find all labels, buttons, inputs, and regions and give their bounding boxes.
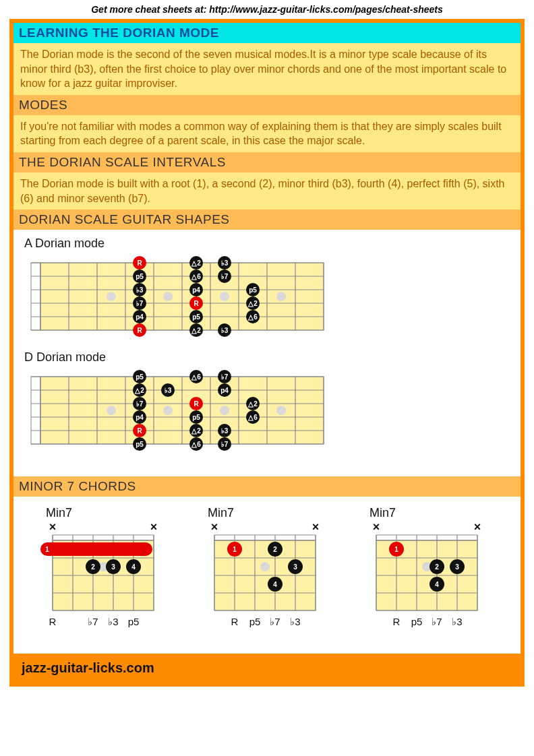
svg-text:♭3: ♭3	[136, 286, 144, 294]
shape-d-title: D Dorian mode	[24, 350, 514, 365]
svg-text:△2: △2	[191, 327, 201, 334]
svg-text:p5: p5	[192, 414, 200, 421]
svg-text:p5: p5	[136, 373, 144, 381]
svg-text:p5: p5	[136, 441, 144, 448]
svg-rect-134	[40, 542, 152, 556]
intervals-text: The Dorian mode is built with a root (1)…	[13, 172, 521, 210]
chord-diagram: Min7××1234R♭7♭3p5	[30, 506, 171, 637]
svg-text:△2: △2	[191, 427, 201, 435]
section-modes: MODES	[13, 95, 521, 115]
svg-rect-146	[214, 535, 316, 540]
svg-text:△6: △6	[191, 273, 201, 280]
svg-text:×: ×	[211, 520, 218, 534]
svg-text:△6: △6	[191, 373, 201, 381]
section-chords: MINOR 7 CHORDS	[13, 476, 521, 497]
svg-text:p4: p4	[136, 414, 144, 421]
svg-point-80	[220, 406, 229, 415]
svg-text:3: 3	[455, 563, 459, 571]
svg-text:2: 2	[435, 563, 439, 571]
svg-point-21	[220, 292, 229, 301]
svg-text:p5: p5	[411, 616, 423, 627]
svg-text:p5: p5	[192, 313, 200, 321]
svg-point-19	[107, 292, 116, 301]
chord-svg: ××1234Rp5♭7♭3	[353, 520, 495, 635]
footer: jazz-guitar-licks.com	[13, 654, 521, 683]
svg-text:3: 3	[111, 563, 115, 571]
svg-text:♭3: ♭3	[108, 616, 118, 627]
svg-text:△2: △2	[247, 300, 258, 307]
svg-text:R: R	[49, 616, 57, 627]
svg-text:2: 2	[273, 546, 277, 553]
svg-point-81	[276, 406, 286, 415]
content-frame: LEARNING THE DORIAN MODE The Dorian mode…	[9, 19, 525, 687]
svg-text:♭7: ♭7	[270, 616, 280, 627]
svg-text:R: R	[231, 616, 239, 627]
svg-text:2: 2	[91, 563, 95, 571]
svg-text:×: ×	[49, 520, 57, 534]
section-intervals: THE DORIAN SCALE INTERVALS	[13, 152, 521, 172]
svg-text:△6: △6	[191, 441, 201, 448]
chord-title: Min7	[208, 506, 333, 520]
svg-text:△2: △2	[247, 400, 258, 408]
svg-text:♭3: ♭3	[221, 327, 229, 334]
svg-text:R: R	[137, 327, 142, 334]
svg-text:4: 4	[435, 581, 439, 588]
svg-rect-0	[31, 263, 40, 330]
chord-svg: ××1234R♭7♭3p5	[30, 520, 171, 635]
svg-text:1: 1	[45, 546, 49, 553]
svg-point-78	[107, 406, 116, 415]
svg-text:p5: p5	[128, 616, 140, 627]
svg-text:♭7: ♭7	[221, 373, 229, 381]
chord-title: Min7	[369, 506, 495, 520]
svg-text:p5: p5	[249, 616, 261, 627]
svg-text:R: R	[393, 616, 400, 627]
svg-text:♭3: ♭3	[290, 616, 300, 627]
svg-text:1: 1	[233, 546, 237, 553]
svg-text:×: ×	[474, 520, 481, 534]
intro-text: The Dorian mode is the second of the sev…	[13, 43, 521, 95]
svg-text:♭7: ♭7	[136, 400, 144, 408]
svg-rect-59	[31, 377, 40, 444]
svg-text:♭7: ♭7	[221, 273, 229, 280]
svg-text:p4: p4	[192, 286, 200, 294]
svg-text:♭3: ♭3	[221, 259, 229, 267]
svg-text:R: R	[194, 300, 199, 307]
svg-text:p5: p5	[249, 286, 257, 294]
svg-text:p5: p5	[136, 273, 144, 280]
section-shapes: DORIAN SCALE GUITAR SHAPES	[13, 210, 521, 230]
svg-text:△6: △6	[247, 313, 258, 321]
shapes-block: A Dorian mode R△2♭3p5△6♭7♭3p4p5♭7R△2p4p5…	[13, 230, 521, 476]
svg-text:4: 4	[273, 581, 277, 588]
topbar-link[interactable]: Get more cheat sheets at: http://www.jaz…	[0, 0, 534, 19]
svg-text:1: 1	[394, 546, 398, 553]
svg-text:♭3: ♭3	[221, 427, 229, 435]
svg-text:♭7: ♭7	[88, 616, 98, 627]
svg-text:R: R	[137, 259, 142, 267]
svg-point-79	[163, 406, 173, 415]
chord-svg: ××1234Rp5♭7♭3	[191, 520, 333, 635]
svg-text:♭3: ♭3	[452, 616, 462, 627]
chord-diagram: Min7××1234Rp5♭7♭3	[191, 506, 333, 637]
svg-rect-118	[53, 535, 154, 540]
svg-text:4: 4	[131, 563, 136, 571]
chord-diagram: Min7××1234Rp5♭7♭3	[353, 506, 495, 637]
svg-text:p4: p4	[136, 313, 144, 321]
svg-text:△2: △2	[191, 259, 201, 267]
svg-text:3: 3	[293, 563, 297, 571]
svg-text:p4: p4	[220, 387, 229, 394]
svg-text:R: R	[137, 427, 142, 435]
modes-text: If you're not familiar with modes a comm…	[13, 115, 521, 152]
svg-rect-174	[376, 535, 477, 540]
chords-block: Min7××1234R♭7♭3p5Min7××1234Rp5♭7♭3Min7××…	[13, 497, 521, 654]
svg-text:♭7: ♭7	[136, 300, 144, 307]
chord-title: Min7	[46, 506, 171, 520]
svg-text:×: ×	[373, 520, 380, 534]
svg-point-159	[260, 562, 270, 571]
svg-text:×: ×	[150, 520, 158, 534]
fretboard-d-dorian: p5△6♭7△2♭3p4♭7R△2p4p5△6R△2♭3p5△6♭7	[20, 369, 332, 464]
svg-point-22	[276, 292, 286, 301]
svg-point-20	[163, 292, 173, 301]
svg-text:△2: △2	[134, 387, 144, 394]
svg-text:△6: △6	[247, 414, 258, 421]
svg-text:♭3: ♭3	[165, 387, 172, 394]
